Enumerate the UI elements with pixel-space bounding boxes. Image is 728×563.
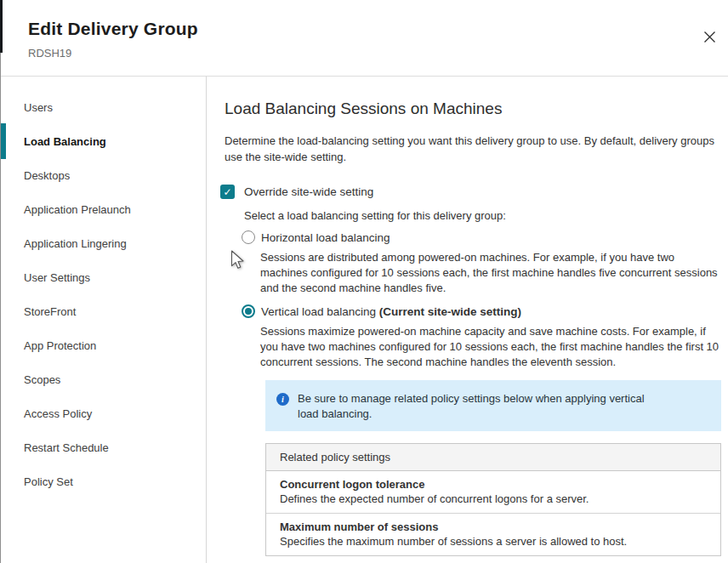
select-setting-prompt: Select a load balancing setting for this… bbox=[244, 209, 721, 222]
sidebar-item-access-policy[interactable]: Access Policy bbox=[0, 396, 206, 430]
sidebar-item-restart-schedule[interactable]: Restart Schedule bbox=[0, 430, 206, 464]
close-button[interactable] bbox=[700, 29, 719, 48]
sidebar-item-scopes[interactable]: Scopes bbox=[0, 362, 206, 396]
sidebar-item-label: StoreFront bbox=[24, 305, 76, 318]
sidebar-item-user-settings[interactable]: User Settings bbox=[0, 260, 206, 294]
related-policy-table: Related policy settings Concurrent logon… bbox=[265, 443, 721, 556]
close-icon bbox=[703, 31, 716, 46]
main-content: Load Balancing Sessions on Machines Dete… bbox=[207, 77, 728, 563]
sidebar-item-desktops[interactable]: Desktops bbox=[0, 158, 206, 192]
sidebar-item-label: Application Lingering bbox=[24, 237, 127, 250]
page-title: Load Balancing Sessions on Machines bbox=[225, 100, 721, 118]
sidebar-item-app-protection[interactable]: App Protection bbox=[0, 328, 206, 362]
sidebar-item-label: Application Prelaunch bbox=[24, 203, 131, 216]
policy-row: Maximum number of sessionsSpecifies the … bbox=[266, 514, 720, 555]
sidebar-item-load-balancing[interactable]: Load Balancing bbox=[0, 124, 206, 158]
sidebar-item-application-prelaunch[interactable]: Application Prelaunch bbox=[0, 192, 206, 226]
sidebar-item-storefront[interactable]: StoreFront bbox=[0, 294, 206, 328]
radio-horizontal-load-balancing[interactable]: Horizontal load balancing bbox=[242, 230, 721, 244]
policy-description: Specifies the maximum number of sessions… bbox=[280, 534, 707, 549]
table-header: Related policy settings bbox=[266, 444, 720, 471]
screenshot-left-edge bbox=[0, 0, 3, 53]
dialog-left-border bbox=[0, 53, 1, 563]
sidebar-nav: UsersLoad BalancingDesktopsApplication P… bbox=[0, 77, 207, 563]
sidebar-item-label: User Settings bbox=[24, 271, 90, 284]
sidebar-item-label: App Protection bbox=[24, 339, 96, 352]
edit-delivery-group-dialog: Edit Delivery Group RDSH19 UsersLoad Bal… bbox=[0, 0, 728, 563]
sidebar-item-application-lingering[interactable]: Application Lingering bbox=[0, 226, 206, 260]
sidebar-item-label: Access Policy bbox=[24, 407, 92, 420]
radio-button-icon[interactable] bbox=[242, 304, 255, 318]
table-body: Concurrent logon toleranceDefines the ex… bbox=[266, 471, 720, 555]
dialog-header: Edit Delivery Group RDSH19 bbox=[0, 0, 728, 77]
selected-indicator bbox=[0, 123, 6, 159]
policy-description: Defines the expected number of concurren… bbox=[280, 492, 707, 506]
info-callout: i Be sure to manage related policy setti… bbox=[265, 380, 721, 431]
sidebar-item-label: Users bbox=[24, 101, 53, 114]
page-description: Determine the load-balancing setting you… bbox=[225, 133, 721, 165]
sidebar-item-label: Restart Schedule bbox=[24, 441, 109, 454]
radio-vertical-load-balancing[interactable]: Vertical load balancing (Current site-wi… bbox=[242, 304, 721, 318]
checkbox-label: Override site-wide setting bbox=[244, 185, 373, 198]
radio-label: Horizontal load balancing bbox=[261, 231, 390, 244]
vertical-description: Sessions maximize powered-on machine cap… bbox=[260, 324, 720, 370]
info-text: Be sure to manage related policy setting… bbox=[298, 391, 663, 422]
policy-title: Maximum number of sessions bbox=[280, 520, 707, 534]
override-site-wide-checkbox[interactable]: ✓ Override site-wide setting bbox=[220, 185, 721, 199]
delivery-group-name: RDSH19 bbox=[28, 47, 71, 60]
policy-row: Concurrent logon toleranceDefines the ex… bbox=[266, 471, 720, 514]
horizontal-description: Sessions are distributed among powered-o… bbox=[260, 250, 720, 296]
sidebar-item-label: Policy Set bbox=[24, 475, 73, 488]
checkbox-checked-icon[interactable]: ✓ bbox=[220, 185, 235, 199]
info-icon: i bbox=[276, 393, 289, 406]
dialog-title: Edit Delivery Group bbox=[28, 19, 198, 39]
radio-button-icon[interactable] bbox=[242, 230, 255, 244]
radio-label: Vertical load balancing (Current site-wi… bbox=[261, 305, 521, 318]
sidebar-item-label: Scopes bbox=[24, 373, 60, 386]
sidebar-item-label: Desktops bbox=[24, 169, 70, 182]
sidebar-item-users[interactable]: Users bbox=[0, 90, 206, 124]
policy-title: Concurrent logon tolerance bbox=[280, 477, 707, 492]
current-site-wide-suffix: (Current site-wide setting) bbox=[379, 305, 521, 318]
sidebar-item-label: Load Balancing bbox=[24, 135, 106, 148]
sidebar-item-policy-set[interactable]: Policy Set bbox=[0, 464, 206, 498]
